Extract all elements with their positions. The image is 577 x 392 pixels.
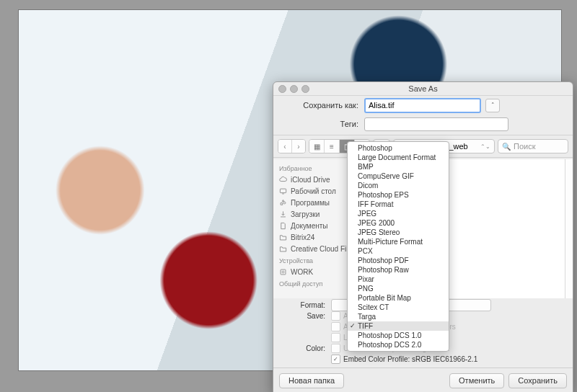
format-option[interactable]: BMP — [348, 162, 449, 172]
window-controls[interactable] — [278, 85, 309, 93]
tags-input[interactable] — [364, 117, 508, 131]
format-option[interactable]: JPEG 2000 — [348, 218, 449, 228]
format-option[interactable]: JPEG — [348, 209, 449, 218]
format-option[interactable]: Multi-Picture Format — [348, 237, 449, 246]
format-option[interactable]: PCX — [348, 246, 449, 256]
search-input[interactable]: 🔍 Поиск — [498, 139, 568, 153]
format-option[interactable]: Dicom — [348, 181, 449, 190]
detail-column — [565, 159, 573, 298]
list-view-icon[interactable]: ≡ — [324, 140, 339, 153]
search-icon: 🔍 — [502, 143, 511, 151]
forward-icon[interactable]: › — [291, 140, 305, 153]
zoom-icon[interactable] — [301, 85, 309, 93]
search-placeholder: Поиск — [514, 142, 535, 151]
checkbox-layers — [331, 333, 340, 342]
format-option[interactable]: PNG — [348, 284, 449, 293]
format-option[interactable]: IFF Format — [348, 200, 449, 209]
color-opts-label: Color: — [279, 344, 331, 352]
svg-rect-0 — [280, 189, 286, 193]
filename-input[interactable] — [364, 98, 481, 113]
cancel-button[interactable]: Отменить — [449, 373, 504, 388]
checkbox-ascopy — [331, 311, 340, 321]
format-option[interactable]: Photoshop EPS — [348, 190, 449, 200]
format-option[interactable]: Targa — [348, 312, 449, 321]
chevron-updown-icon: ⌃⌄ — [480, 143, 490, 150]
format-option[interactable]: CompuServe GIF — [348, 172, 449, 181]
format-option[interactable]: TIFF — [348, 321, 449, 331]
saveas-label: Сохранить как: — [281, 101, 364, 110]
dialog-title: Save As — [408, 84, 437, 93]
icon-view-icon[interactable]: ▦ — [309, 140, 324, 153]
format-option[interactable]: Photoshop DCS 1.0 — [348, 331, 449, 340]
format-option[interactable]: Pixar — [348, 275, 449, 284]
format-option[interactable]: Photoshop — [348, 143, 449, 153]
divider — [273, 135, 573, 135]
dialog-footer: Новая папка Отменить Сохранить — [273, 368, 573, 392]
checkbox-embed-profile[interactable] — [331, 355, 340, 364]
nav-back-forward[interactable]: ‹ › — [278, 139, 306, 153]
checkbox-alpha — [331, 322, 340, 331]
format-label: Format: — [279, 301, 331, 309]
svg-rect-1 — [281, 270, 286, 275]
back-icon[interactable]: ‹ — [278, 140, 291, 153]
save-button[interactable]: Сохранить — [508, 373, 567, 388]
svg-point-2 — [282, 271, 284, 273]
close-icon[interactable] — [278, 85, 286, 93]
format-option[interactable]: JPEG Stereo — [348, 228, 449, 237]
format-dropdown-menu[interactable]: PhotoshopLarge Document FormatBMPCompuSe… — [347, 141, 449, 352]
format-option[interactable]: Photoshop DCS 2.0 — [348, 340, 449, 349]
format-option[interactable]: Photoshop PDF — [348, 256, 449, 265]
new-folder-button[interactable]: Новая папка — [279, 373, 344, 388]
collapse-toggle[interactable]: ˄ — [485, 99, 500, 112]
checkbox-proof — [331, 344, 340, 353]
minimize-icon[interactable] — [290, 85, 298, 93]
format-option[interactable]: Scitex CT — [348, 303, 449, 312]
tags-label: Теги: — [281, 120, 364, 128]
save-opts-label: Save: — [279, 312, 331, 320]
format-option[interactable]: Large Document Format — [348, 153, 449, 162]
titlebar: Save As — [273, 82, 573, 96]
format-option[interactable]: Portable Bit Map — [348, 293, 449, 303]
format-option[interactable]: Photoshop Raw — [348, 265, 449, 275]
